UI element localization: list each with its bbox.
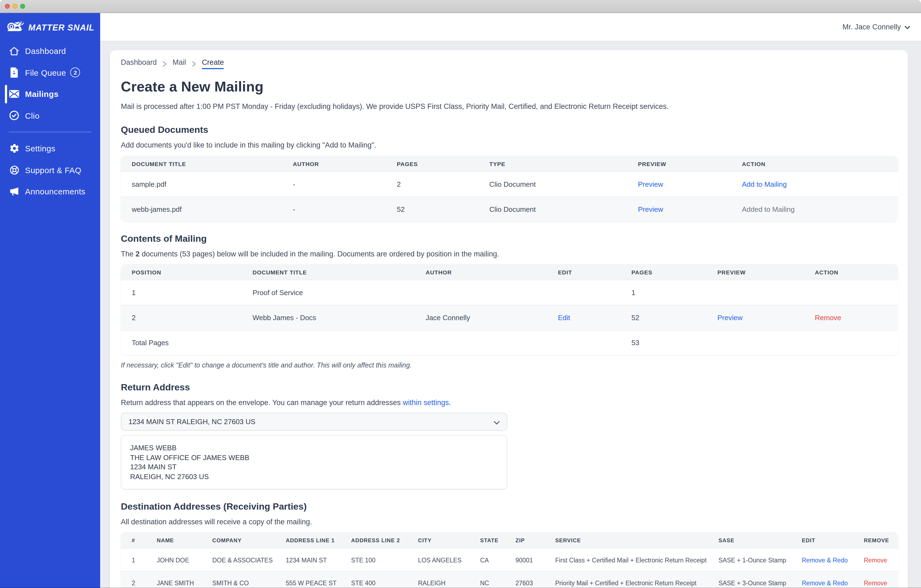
- zoom-window-button[interactable]: [20, 4, 25, 9]
- remove-link[interactable]: Remove: [864, 557, 887, 563]
- contents-of-mailing-description: The 2 documents (53 pages) below will be…: [121, 250, 897, 258]
- position-cell: 1: [121, 280, 252, 305]
- remove-redo-link[interactable]: Remove & Redo: [802, 580, 848, 586]
- column-header: REMOVE: [864, 532, 898, 549]
- sase-cell: SASE + 1-Ounce Stamp: [719, 549, 802, 572]
- return-address-select[interactable]: 1234 MAIN ST RALEIGH, NC 27603 US: [121, 413, 507, 431]
- table-row: 1 JOHN DOE DOE & ASSOCIATES 1234 MAIN ST…: [121, 549, 898, 572]
- chevron-down-icon: [905, 23, 910, 31]
- top-header-bar: Mr. Jace Connelly: [100, 13, 921, 41]
- column-header: AUTHOR: [426, 264, 558, 280]
- column-header: COMPANY: [212, 532, 286, 549]
- contents-of-mailing-heading: Contents of Mailing: [121, 234, 897, 244]
- chevron-down-icon: [494, 417, 500, 427]
- column-header: DOCUMENT TITLE: [121, 156, 293, 172]
- return-address-description: Return address that appears on the envel…: [121, 399, 897, 407]
- preview-cell: [718, 280, 815, 305]
- column-header: ZIP: [516, 532, 555, 549]
- sidebar-item-mailings[interactable]: Mailings: [0, 83, 100, 105]
- breadcrumb-create[interactable]: Create: [202, 58, 224, 69]
- address-line: JAMES WEBB: [130, 443, 498, 453]
- user-name: Mr. Jace Connelly: [842, 23, 901, 31]
- service-cell: First Class + Certified Mail + Electroni…: [555, 549, 719, 572]
- table-header-row: DOCUMENT TITLE AUTHOR PAGES TYPE PREVIEW…: [121, 156, 898, 172]
- file-queue-count-badge: 2: [70, 68, 80, 78]
- author-cell: -: [293, 197, 397, 222]
- within-settings-link[interactable]: within settings: [403, 399, 449, 407]
- address2-cell: STE 100: [351, 549, 418, 572]
- edit-link[interactable]: Edit: [558, 314, 570, 322]
- row-number-cell: 2: [121, 572, 157, 588]
- column-header: ACTION: [742, 156, 898, 172]
- column-header: ADDRESS LINE 2: [351, 532, 418, 549]
- envelope-icon: [9, 89, 20, 99]
- table-header-row: # NAME COMPANY ADDRESS LINE 1 ADDRESS LI…: [121, 532, 898, 549]
- contents-of-mailing-table: POSITION DOCUMENT TITLE AUTHOR EDIT PAGE…: [121, 264, 898, 355]
- total-pages-row: Total Pages 53: [121, 330, 898, 355]
- pages-cell: 2: [397, 172, 489, 197]
- remove-redo-link[interactable]: Remove & Redo: [802, 557, 848, 563]
- column-header: DOCUMENT TITLE: [252, 264, 426, 280]
- column-header: PREVIEW: [638, 156, 742, 172]
- sidebar-item-dashboard[interactable]: Dashboard: [0, 40, 100, 62]
- minimize-window-button[interactable]: [13, 4, 18, 9]
- column-header: PREVIEW: [718, 264, 815, 280]
- brand-name: MATTER SNAIL: [28, 23, 94, 33]
- user-menu[interactable]: Mr. Jace Connelly: [842, 23, 910, 31]
- home-icon: [9, 46, 20, 57]
- table-header-row: POSITION DOCUMENT TITLE AUTHOR EDIT PAGE…: [121, 264, 898, 280]
- state-cell: CA: [480, 549, 516, 572]
- author-cell: [426, 280, 558, 305]
- table-row: sample.pdf - 2 Clio Document Preview Add…: [121, 172, 898, 197]
- sidebar-item-file-queue[interactable]: File Queue 2: [0, 62, 100, 83]
- sidebar-item-label: Mailings: [25, 90, 59, 99]
- sidebar-item-clio[interactable]: Clio: [0, 105, 100, 126]
- column-header: NAME: [157, 532, 212, 549]
- table-row: 2 JANE SMITH SMITH & CO 555 W PEACE ST S…: [121, 572, 898, 588]
- return-address-heading: Return Address: [121, 382, 897, 393]
- chevron-right-icon: [163, 61, 166, 67]
- company-cell: DOE & ASSOCIATES: [212, 549, 286, 572]
- sidebar-divider: [9, 132, 91, 132]
- sidebar-nav: Dashboard File Queue 2: [0, 40, 100, 202]
- sidebar-item-label: Settings: [25, 144, 55, 153]
- action-cell: [815, 280, 898, 305]
- add-to-mailing-link[interactable]: Add to Mailing: [742, 180, 787, 188]
- snail-mail-logo-icon: [7, 20, 25, 36]
- city-cell: RALEIGH: [418, 572, 480, 588]
- column-header: PAGES: [631, 264, 718, 280]
- main-card: Dashboard Mail Create Create a New Maili…: [110, 50, 908, 588]
- author-cell: Jace Connelly: [426, 305, 558, 330]
- city-cell: LOS ANGELES: [418, 549, 480, 572]
- sidebar-item-settings[interactable]: Settings: [0, 138, 100, 159]
- return-address-selected-value: 1234 MAIN ST RALEIGH, NC 27603 US: [129, 418, 255, 426]
- destination-addresses-table: # NAME COMPANY ADDRESS LINE 1 ADDRESS LI…: [121, 532, 898, 588]
- zip-cell: 27603: [516, 572, 555, 588]
- address1-cell: 555 W PEACE ST: [286, 572, 351, 588]
- preview-link[interactable]: Preview: [718, 314, 743, 322]
- sidebar-item-label: Dashboard: [25, 47, 66, 56]
- preview-link[interactable]: Preview: [638, 180, 663, 188]
- address2-cell: STE 400: [351, 572, 418, 588]
- sidebar-item-label: Clio: [25, 111, 39, 121]
- destination-addresses-heading: Destination Addresses (Receiving Parties…: [121, 502, 897, 512]
- breadcrumb-mail[interactable]: Mail: [172, 58, 186, 69]
- row-number-cell: 1: [121, 549, 157, 572]
- page-title: Create a New Mailing: [121, 78, 897, 95]
- breadcrumb-dashboard[interactable]: Dashboard: [121, 58, 157, 69]
- document-title-cell: Proof of Service: [252, 280, 426, 305]
- document-title-cell: webb-james.pdf: [121, 197, 293, 222]
- column-header: POSITION: [121, 264, 252, 280]
- column-header: ACTION: [815, 264, 898, 280]
- service-cell: Priority Mail + Certified + Electronic R…: [555, 572, 719, 588]
- sidebar-item-support-faq[interactable]: Support & FAQ: [0, 159, 100, 181]
- remove-link[interactable]: Remove: [864, 580, 887, 586]
- preview-link[interactable]: Preview: [638, 205, 663, 213]
- close-window-button[interactable]: [5, 4, 10, 9]
- name-cell: JOHN DOE: [157, 549, 212, 572]
- brand-logo[interactable]: MATTER SNAIL: [7, 20, 100, 36]
- position-cell: 2: [121, 305, 252, 330]
- remove-link[interactable]: Remove: [815, 314, 841, 322]
- address-line: THE LAW OFFICE OF JAMES WEBB: [130, 453, 498, 462]
- sidebar-item-announcements[interactable]: Announcements: [0, 181, 100, 202]
